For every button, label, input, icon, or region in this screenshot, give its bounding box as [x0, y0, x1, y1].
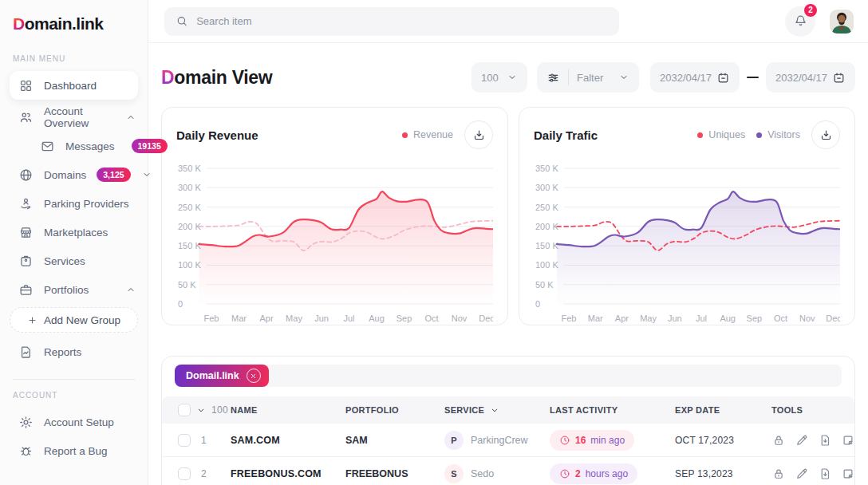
svg-text:350 K: 350 K [178, 164, 201, 173]
chevron-down-icon [507, 72, 518, 83]
select-all-checkbox[interactable] [178, 404, 191, 416]
lock-icon[interactable] [771, 433, 786, 448]
table-row[interactable]: 1 SAM.COM SAM P ParkingCrew 16 min ago O… [162, 424, 854, 457]
edit-icon[interactable] [795, 433, 809, 448]
filter-select[interactable]: Falter [537, 62, 639, 93]
bell-icon [793, 14, 808, 29]
globe-icon [18, 168, 34, 183]
file-add-icon[interactable] [841, 467, 855, 481]
service-initial-badge: S [444, 464, 464, 483]
svg-text:Sep: Sep [747, 313, 763, 323]
row-checkbox[interactable] [178, 434, 191, 447]
sidebar-item-account-setup[interactable]: Account Setup [0, 408, 148, 436]
date-from-field[interactable]: 2032/04/17 [650, 62, 740, 93]
svg-text:100 K: 100 K [535, 260, 558, 270]
svg-text:Dec: Dec [826, 313, 840, 323]
filter-chip-bar: Domail.link [175, 365, 842, 387]
svg-text:250 K: 250 K [535, 203, 558, 212]
sidebar-item-portfolios[interactable]: Portfolios [0, 275, 148, 304]
file-add-icon[interactable] [841, 433, 855, 448]
column-header-portfolio[interactable]: PORTFOLIO [345, 405, 444, 415]
lock-icon[interactable] [771, 467, 786, 481]
sidebar-label: Reports [44, 346, 81, 358]
sidebar-label: Marketplaces [44, 227, 108, 239]
row-number: 2 [201, 468, 207, 479]
sidebar-item-domains[interactable]: Domains 3,125 [0, 160, 148, 189]
date-range: 2032/04/17 2032/04/17 [650, 62, 855, 93]
date-from-value: 2032/04/17 [660, 72, 712, 84]
filter-chip-domail-link[interactable]: Domail.link [175, 365, 269, 387]
column-header-name[interactable]: NAME [231, 405, 345, 415]
svg-text:150 K: 150 K [535, 241, 558, 250]
exp-date: OCT 17,2023 [675, 435, 771, 446]
sidebar-label: Parking Providers [44, 198, 129, 210]
domain-name[interactable]: SAM.COM [231, 435, 345, 446]
legend-item-visitors: Visitors [756, 129, 800, 140]
page-size-value: 100 [481, 72, 499, 84]
date-to-field[interactable]: 2032/04/17 [766, 62, 855, 93]
sidebar-item-parking-providers[interactable]: Parking Providers [0, 189, 148, 218]
notifications-button[interactable]: 2 [785, 6, 815, 37]
svg-text:Apr: Apr [259, 313, 273, 323]
sidebar-item-services[interactable]: Services [0, 246, 148, 275]
add-new-group-button[interactable]: Add New Group [10, 307, 138, 333]
row-checkbox[interactable] [178, 467, 191, 480]
daily-revenue-chart: 050 K100 K150 K200 K250 K300 K350 KFebMa… [176, 156, 493, 327]
legend-dot [402, 132, 408, 138]
mail-icon [40, 139, 55, 154]
svg-text:250 K: 250 K [178, 203, 201, 212]
svg-text:200 K: 200 K [535, 222, 558, 231]
legend-dot [697, 132, 703, 138]
parking-provider-icon [18, 196, 34, 211]
sidebar-item-messages[interactable]: Messages 19135 [0, 132, 148, 160]
sidebar-item-marketplaces[interactable]: Marketplaces [0, 218, 148, 246]
page-title: Domain View [161, 67, 272, 89]
gear-icon [18, 415, 34, 430]
svg-text:0: 0 [178, 299, 183, 309]
download-icon [819, 128, 833, 142]
download-chart-button[interactable] [464, 120, 493, 149]
brand-logo[interactable]: Domain.link [0, 14, 148, 34]
sidebar-item-reports[interactable]: Reports [0, 337, 148, 366]
search-icon [176, 14, 188, 28]
service-name: ParkingCrew [471, 435, 528, 446]
svg-text:Jun: Jun [314, 313, 329, 323]
date-to-value: 2032/04/17 [775, 72, 827, 84]
sidebar: Domain.link MAIN MENU Dashboard Account … [0, 0, 148, 485]
search-bar[interactable] [164, 7, 619, 36]
avatar[interactable] [830, 10, 854, 34]
chevron-up-icon[interactable] [125, 284, 136, 295]
svg-text:150 K: 150 K [178, 241, 201, 250]
sidebar-label: Account Overview [44, 105, 115, 129]
edit-icon[interactable] [795, 467, 809, 481]
daily-revenue-card: Daily Revenue Revenue 050 K100 K150 K200… [161, 107, 508, 325]
column-count: 100 [211, 404, 228, 416]
remove-filter-button[interactable] [247, 369, 261, 383]
chevron-up-icon[interactable] [125, 112, 136, 123]
chevron-down-icon[interactable] [141, 169, 152, 180]
file-download-icon[interactable] [818, 467, 832, 481]
people-icon [18, 110, 34, 125]
domain-name[interactable]: FREEBONUS.COM [231, 468, 345, 479]
page-size-select[interactable]: 100 [471, 62, 527, 93]
clock-icon [559, 435, 570, 446]
report-file-icon [18, 345, 34, 360]
service-initial-badge: P [444, 431, 464, 450]
chevron-down-icon[interactable] [195, 405, 207, 416]
svg-text:Aug: Aug [720, 313, 736, 323]
sidebar-item-dashboard[interactable]: Dashboard [10, 71, 138, 100]
sidebar-item-report-a-bug[interactable]: Report a Bug [0, 436, 148, 465]
column-header-last-activity[interactable]: LAST ACTIVITY [550, 405, 675, 415]
messages-count-badge: 19135 [132, 139, 168, 153]
column-header-service[interactable]: SERVICE [444, 405, 550, 416]
file-download-icon[interactable] [818, 433, 832, 448]
svg-text:100 K: 100 K [178, 260, 201, 270]
column-header-tools: TOOLS [771, 405, 854, 415]
download-chart-button[interactable] [811, 120, 840, 149]
table-row[interactable]: 2 FREEBONUS.COM FREEBONUS S Sedo 2 hours… [162, 457, 854, 485]
column-header-exp-date[interactable]: EXP DATE [675, 405, 771, 415]
sidebar-divider [13, 379, 135, 380]
chart-title: Daily Revenue [176, 128, 402, 142]
search-input[interactable] [196, 15, 608, 27]
sidebar-item-account-overview[interactable]: Account Overview [0, 103, 148, 132]
